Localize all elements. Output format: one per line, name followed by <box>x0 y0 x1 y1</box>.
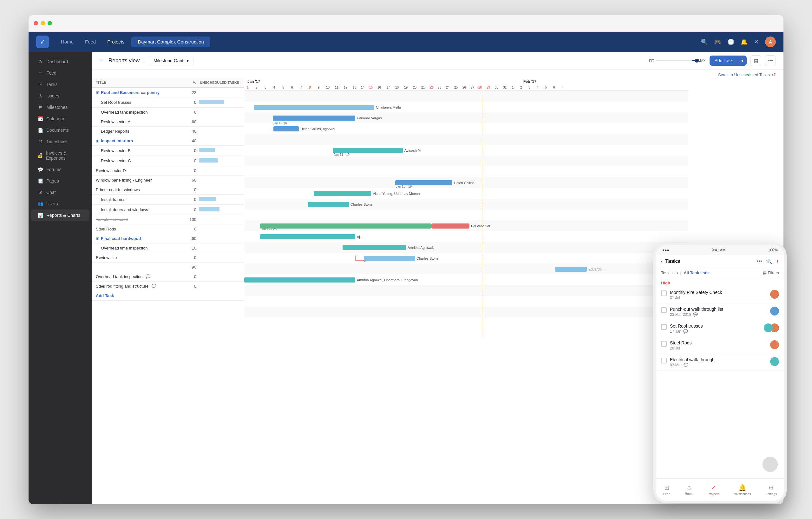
sidebar-item-issues[interactable]: ⚠ Issues <box>31 90 89 102</box>
task-checkbox[interactable] <box>661 307 667 313</box>
view-selector[interactable]: Milestone Gantt ▾ <box>149 56 194 65</box>
all-lists-label[interactable]: All Task lists <box>684 270 708 275</box>
svg-text:7: 7 <box>561 86 563 89</box>
nav-home[interactable]: Home <box>55 36 79 47</box>
mobile-nav-feed[interactable]: ⊞ Feed <box>663 484 670 496</box>
list-item[interactable]: Monthly Fire Safety Check 31 Jul <box>656 286 784 303</box>
table-row[interactable]: ▣ Roof and Basement carpentry 22 <box>92 88 244 98</box>
table-row[interactable]: Primer coat for windows 0 <box>92 185 244 195</box>
nav-projects[interactable]: Projects <box>102 36 130 47</box>
svg-text:Chaitanya Mella: Chaitanya Mella <box>376 105 401 109</box>
task-content: Set Roof trusses 17 Jan 💬 <box>670 324 761 334</box>
table-row[interactable]: Install doors and windows 0 <box>92 205 244 215</box>
sidebar-item-dashboard[interactable]: ⊙ Dashboard <box>31 56 89 67</box>
collapse-icon[interactable]: ▣ <box>96 90 99 94</box>
table-row[interactable]: Overhead tank inspection 0 <box>92 108 244 117</box>
filter-button[interactable]: ▤ <box>751 55 761 66</box>
table-row[interactable]: Steel rod fitting and structure 💬 0 <box>92 281 244 291</box>
task-checkbox[interactable] <box>661 291 667 296</box>
list-item[interactable]: Set Roof trusses 17 Jan 💬 <box>656 320 784 337</box>
add-task-dropdown-icon[interactable]: ▾ <box>738 56 747 66</box>
user-avatar[interactable]: A <box>765 36 776 47</box>
more-options-button[interactable]: ••• <box>765 55 776 66</box>
maximize-button[interactable] <box>48 21 52 25</box>
close-button[interactable] <box>34 21 38 25</box>
mobile-nav-notifications[interactable]: 🔔 Notifications <box>734 484 751 496</box>
sidebar-item-calendar[interactable]: 📅 Calendar <box>31 113 89 125</box>
collapse-icon[interactable]: ▣ <box>96 237 99 241</box>
sidebar-item-tasks[interactable]: ☑ Tasks <box>31 79 89 90</box>
svg-text:31: 31 <box>503 86 507 89</box>
bell-icon[interactable]: 🔔 <box>741 38 748 46</box>
filters-button[interactable]: ▤ Filters <box>763 270 779 275</box>
table-row[interactable]: Review site 0 <box>92 253 244 263</box>
mobile-nav-projects[interactable]: ✓ Projects <box>708 484 719 496</box>
mobile-overlay: ●●● 9:41 AM 100% ‹ Tasks ••• 🔍 + Task li… <box>654 243 787 503</box>
table-row[interactable]: 90 <box>92 263 244 272</box>
back-button[interactable]: ← <box>99 58 105 63</box>
table-row[interactable]: Set Roof trusses 0 <box>92 98 244 108</box>
mobile-fab[interactable] <box>762 457 778 472</box>
mobile-nav-home[interactable]: ⌂ Home <box>685 484 693 495</box>
close-icon[interactable]: ✕ <box>754 38 759 46</box>
list-item[interactable]: Electrical walk-through 03 Mar 💬 <box>656 354 784 371</box>
add-task-row[interactable]: Add Task <box>92 291 244 301</box>
nav-links: Home Feed Projects <box>55 36 130 47</box>
sidebar-item-forums[interactable]: 💬 Forums <box>31 164 89 175</box>
table-row[interactable]: Window pane fixing - Engineer 60 <box>92 175 244 185</box>
sidebar-item-feed[interactable]: ≡ Feed <box>31 67 89 79</box>
table-row[interactable]: ▣ Inspect interiors 40 <box>92 136 244 146</box>
sidebar-label-reports: Reports & Charts <box>46 213 80 218</box>
list-item[interactable]: Punch-out walk through list 23 Mar 2018 … <box>656 303 784 320</box>
mobile-back-button[interactable]: ‹ <box>661 258 663 264</box>
task-checkbox[interactable] <box>661 341 667 347</box>
sidebar-item-chat[interactable]: ✉ Chat <box>31 187 89 198</box>
table-row[interactable]: Overhead tank inspection 💬 0 <box>92 272 244 281</box>
nav-feed[interactable]: Feed <box>79 36 102 47</box>
mobile-nav-settings[interactable]: ⚙ Settings <box>765 484 777 496</box>
game-icon[interactable]: 🎮 <box>714 38 721 46</box>
mobile-add-icon[interactable]: + <box>776 258 779 265</box>
list-item[interactable]: Steel Rods 28 Jul <box>656 337 784 354</box>
search-icon[interactable]: 🔍 <box>701 38 708 46</box>
mobile-search-icon[interactable]: 🔍 <box>766 258 772 265</box>
sidebar-item-reports[interactable]: 📊 Reports & Charts <box>31 210 89 221</box>
mobile-more-icon[interactable]: ••• <box>757 258 762 265</box>
table-row[interactable]: Review sector B 0 <box>92 146 244 156</box>
svg-text:7: 7 <box>300 86 302 89</box>
task-checkbox[interactable] <box>661 324 667 330</box>
add-task-label[interactable]: Add Task <box>709 56 738 66</box>
table-row[interactable]: ▣ Final coat hardwood 60 <box>92 234 244 243</box>
add-task-label[interactable]: Add Task <box>96 293 114 298</box>
sidebar-label-chat: Chat <box>46 190 56 195</box>
svg-text:21: 21 <box>421 86 425 89</box>
fit-label: FIT <box>649 59 655 62</box>
avatar <box>770 290 779 299</box>
table-row[interactable]: Review sector C 0 <box>92 156 244 166</box>
add-task-button[interactable]: Add Task ▾ <box>709 56 747 66</box>
svg-rect-41 <box>244 91 688 102</box>
table-row[interactable]: Overhead time inspection 10 <box>92 243 244 253</box>
unscheduled-notice[interactable]: Scroll to Unscheduled Tasks ↺ <box>92 70 783 78</box>
table-row[interactable]: Termite treatment 100 <box>92 215 244 224</box>
task-checkbox[interactable] <box>661 358 667 363</box>
task-name: Steel Rods <box>670 340 767 345</box>
task-pct: 0 <box>186 274 199 279</box>
table-row[interactable]: Install frames 0 <box>92 195 244 205</box>
nav-project-tab[interactable]: Daymart Complex Construction <box>131 36 210 47</box>
table-row[interactable]: Review sector D 0 <box>92 166 244 175</box>
sidebar-item-users[interactable]: 👥 Users <box>31 198 89 210</box>
table-row[interactable]: Review sector A 60 <box>92 117 244 127</box>
svg-text:Aj...: Aj... <box>357 235 363 239</box>
sidebar-item-invoices[interactable]: 💰 Invoices & Expenses <box>31 147 89 164</box>
sidebar-item-milestones[interactable]: ⚑ Milestones <box>31 102 89 113</box>
svg-rect-56 <box>244 253 688 264</box>
table-row[interactable]: Steel Rods 0 <box>92 224 244 234</box>
sidebar-item-timesheet[interactable]: ⏱ Timesheet <box>31 136 89 147</box>
table-row[interactable]: Ledger Reports 40 <box>92 127 244 136</box>
sidebar-item-pages[interactable]: 📃 Pages <box>31 175 89 187</box>
clock-icon[interactable]: 🕐 <box>727 38 734 46</box>
sidebar-item-documents[interactable]: 📄 Documents <box>31 125 89 136</box>
collapse-icon[interactable]: ▣ <box>96 139 99 143</box>
minimize-button[interactable] <box>40 21 45 25</box>
